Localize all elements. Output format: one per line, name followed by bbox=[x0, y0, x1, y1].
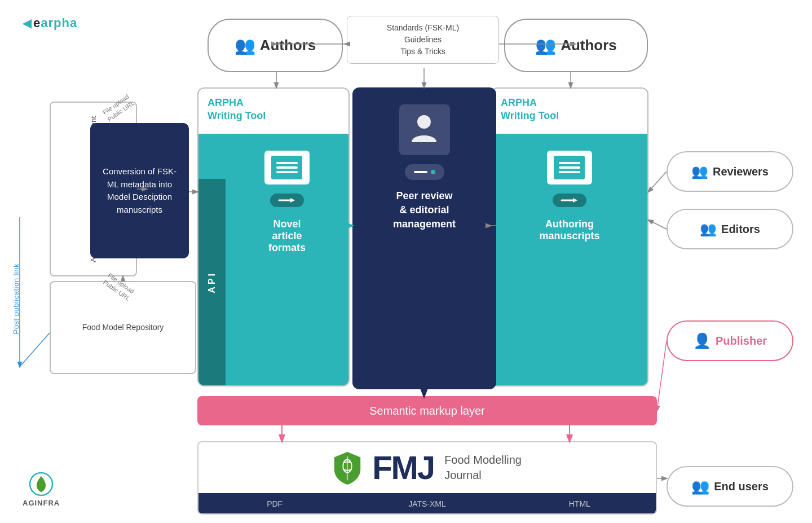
authors-left-icon: 👥 bbox=[235, 36, 255, 55]
fmj-tagline: Food Modelling Journal bbox=[444, 452, 522, 483]
doc-icon-right bbox=[547, 151, 592, 184]
editors-label: Editors bbox=[721, 223, 760, 236]
svg-line-20 bbox=[20, 333, 50, 367]
svg-marker-1 bbox=[290, 198, 295, 203]
authors-right-box: 👥 Authors bbox=[504, 19, 648, 72]
repo-label: Food Model Repository bbox=[82, 322, 164, 333]
fmj-footer-html: HTML bbox=[504, 499, 656, 508]
authors-right-icon: 👥 bbox=[535, 36, 556, 55]
writing-tool-right-teal: Authoringmanuscripts bbox=[492, 134, 647, 385]
api-bar-left: API bbox=[198, 179, 226, 385]
writing-tool-left: ARPHAWriting Tool API Novelarticlefor bbox=[197, 87, 350, 386]
conversion-label: Conversion of FSK-ML metadata into Model… bbox=[99, 165, 180, 216]
publisher-icon: 👤 bbox=[693, 332, 711, 350]
fmj-tagline-line2: Journal bbox=[444, 468, 522, 483]
svg-point-3 bbox=[417, 115, 431, 129]
fmj-letters: FMJ bbox=[372, 451, 434, 484]
writing-tool-left-header: ARPHAWriting Tool bbox=[198, 89, 348, 129]
authors-left-box: 👥 Authors bbox=[208, 19, 343, 72]
conversion-box: Conversion of FSK-ML metadata into Model… bbox=[90, 123, 189, 258]
semantic-label: Semantic markup layer bbox=[369, 405, 485, 417]
arpha-logo: ◀ earpha bbox=[23, 16, 77, 30]
reviewers-label: Reviewers bbox=[713, 165, 769, 178]
authors-left-label: Authors bbox=[260, 37, 316, 54]
fmj-footer: PDF JATS-XML HTML bbox=[198, 493, 656, 515]
standards-line3: Tips & Tricks bbox=[355, 46, 491, 58]
peer-review-edit-icon bbox=[405, 164, 444, 180]
svg-line-18 bbox=[657, 341, 667, 411]
arpha-logo-text: earpha bbox=[33, 16, 77, 30]
api-text-left: API bbox=[207, 271, 217, 293]
fmj-tagline-line1: Food Modelling bbox=[444, 452, 522, 468]
publisher-label: Publisher bbox=[716, 335, 767, 348]
peer-review-person-icon bbox=[399, 104, 450, 155]
publisher-box: 👤 Publisher bbox=[667, 320, 793, 361]
end-users-label: End users bbox=[714, 480, 769, 493]
semantic-bar: Semantic markup layer bbox=[197, 396, 657, 425]
writing-tool-right: ARPHAWriting Tool Authoringmanuscripts bbox=[491, 87, 648, 386]
fmj-box: FMJ Food Modelling Journal PDF JATS-XML … bbox=[197, 441, 657, 515]
reviewers-box: 👥 Reviewers bbox=[667, 151, 793, 192]
reviewers-icon: 👥 bbox=[691, 164, 708, 179]
aginfra-icon bbox=[29, 472, 54, 496]
post-pub-link: Post publication link bbox=[10, 214, 21, 384]
standards-line1: Standards (FSK-ML) bbox=[355, 22, 491, 34]
svg-line-17 bbox=[648, 220, 667, 229]
writing-tool-right-label: Authoringmanuscripts bbox=[533, 218, 605, 242]
end-users-icon: 👥 bbox=[691, 478, 709, 495]
authors-right-label: Authors bbox=[561, 37, 617, 54]
doc-icon-left bbox=[264, 151, 310, 184]
writing-tool-right-header: ARPHAWriting Tool bbox=[492, 89, 647, 129]
svg-line-16 bbox=[648, 172, 667, 192]
svg-marker-2 bbox=[573, 198, 577, 203]
aginfra-text: AGINFRA bbox=[23, 499, 60, 507]
peer-review-label: Peer review& editorialmanagement bbox=[385, 189, 464, 232]
fmj-footer-pdf: PDF bbox=[198, 499, 351, 508]
fmj-content: FMJ Food Modelling Journal bbox=[198, 442, 656, 493]
fmj-footer-jats: JATS-XML bbox=[351, 499, 503, 508]
standards-line2: Guidelines bbox=[355, 34, 491, 46]
peer-review-box: Peer review& editorialmanagement bbox=[352, 87, 496, 389]
post-pub-text: Post publication link bbox=[12, 263, 20, 334]
editors-box: 👥 Editors bbox=[667, 209, 793, 249]
writing-tool-left-teal: API Novelarticleformats bbox=[198, 134, 348, 385]
editors-icon: 👥 bbox=[700, 221, 717, 237]
end-users-box: 👥 End users bbox=[667, 466, 793, 507]
arpha-arrow-icon: ◀ bbox=[23, 16, 31, 30]
aginfra-logo: AGINFRA bbox=[23, 472, 60, 507]
standards-box: Standards (FSK-ML) Guidelines Tips & Tri… bbox=[347, 16, 499, 64]
fmj-shield-icon bbox=[333, 451, 362, 485]
writing-tool-left-label: Novelarticleformats bbox=[263, 218, 311, 254]
